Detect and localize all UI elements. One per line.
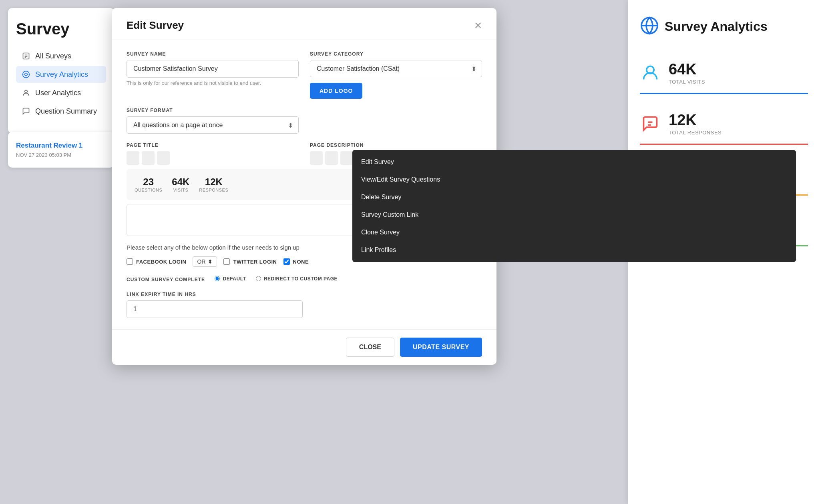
none-checkbox[interactable]: [283, 258, 290, 265]
none-label: NONE: [293, 259, 309, 265]
none-option[interactable]: NONE: [283, 258, 309, 265]
expiry-input[interactable]: [127, 300, 303, 318]
facebook-checkbox[interactable]: [127, 258, 133, 265]
sidebar-item-label: Question Summary: [35, 107, 97, 116]
stat-visits: 64K VISITS: [172, 176, 189, 192]
modal-title: Edit Survey: [127, 19, 184, 32]
survey-format-select-wrapper: All questions on a page at once: [127, 116, 299, 134]
survey-category-select[interactable]: Customer Satisfaction (CSat): [310, 60, 482, 77]
analytics-header: Survey Analytics: [640, 16, 808, 37]
twitter-label: TWITTER LOGIN: [233, 259, 277, 265]
close-button[interactable]: CLOSE: [346, 338, 394, 357]
dropdown-item-edit-survey[interactable]: Edit Survey: [352, 153, 796, 171]
comment-icon: [22, 107, 30, 116]
survey-card[interactable]: Restaurant Review 1 NOV 27 2023 05:03 PM: [8, 132, 114, 168]
dropdown-item-view-edit-questions[interactable]: View/Edit Survey Questions: [352, 171, 796, 188]
stat-responses-label: TOTAL RESPONSES: [669, 130, 722, 136]
visits-label: VISITS: [172, 188, 189, 192]
modal-footer: CLOSE UPDATE SURVEY: [112, 329, 496, 365]
page-title-group: PAGE TITLE: [127, 142, 299, 165]
default-radio-option[interactable]: DEFAULT: [215, 276, 246, 282]
add-logo-button[interactable]: ADD LOGO: [310, 83, 362, 99]
sidebar-item-label: All Surveys: [35, 52, 71, 60]
questions-label: QUESTIONS: [135, 188, 162, 192]
or-label: OR: [197, 258, 205, 265]
visits-value: 64K: [172, 176, 189, 188]
dropdown-item-link-profiles[interactable]: Link Profiles: [352, 241, 796, 259]
default-radio[interactable]: [215, 276, 220, 281]
sidebar: Survey All Surveys Survey Analytics User…: [8, 8, 114, 133]
survey-format-group: SURVEY FORMAT All questions on a page at…: [127, 108, 299, 134]
stat-responses-value: 12K: [669, 112, 722, 129]
stat-visits-label: TOTAL VISITS: [669, 79, 705, 85]
chat-icon: [640, 113, 661, 134]
twitter-login-option[interactable]: TWITTER LOGIN: [223, 258, 277, 265]
sidebar-item-label: Survey Analytics: [35, 70, 88, 79]
svg-point-5: [25, 73, 28, 76]
svg-point-10: [25, 90, 28, 93]
facebook-login-option[interactable]: FACEBOOK LOGIN: [127, 258, 186, 265]
or-chevron: ⬍: [208, 258, 213, 265]
expiry-section: LINK EXPIRY TIME IN HRS: [127, 292, 482, 318]
responses-label: RESPONSES: [199, 188, 228, 192]
dropdown-menu: Edit Survey View/Edit Survey Questions D…: [352, 150, 796, 262]
update-survey-button[interactable]: UPDATE SURVEY: [400, 338, 482, 357]
expiry-label: LINK EXPIRY TIME IN HRS: [127, 292, 482, 297]
facebook-label: FACEBOOK LOGIN: [136, 259, 186, 265]
sidebar-item-user-analytics[interactable]: User Analytics: [16, 84, 106, 101]
survey-format-select[interactable]: All questions on a page at once: [127, 116, 299, 134]
dropdown-item-clone-survey[interactable]: Clone Survey: [352, 224, 796, 241]
survey-name-label: SURVEY NAME: [127, 51, 299, 57]
stat-total-responses: 12K TOTAL RESPONSES: [640, 104, 808, 145]
page-description-label: PAGE DESCRIPTION: [310, 142, 482, 148]
spacer: [310, 108, 482, 134]
stat-total-visits: 64K TOTAL VISITS: [640, 53, 808, 94]
survey-name-group: SURVEY NAME This is only for our referen…: [127, 51, 299, 99]
analytics-title: Survey Analytics: [665, 19, 768, 34]
responses-value: 12K: [199, 176, 228, 188]
survey-name-input[interactable]: [127, 60, 299, 78]
form-row-1: SURVEY NAME This is only for our referen…: [127, 51, 482, 99]
redirect-radio-option[interactable]: REDIRECT TO CUSTOM PAGE: [256, 276, 338, 282]
or-select[interactable]: OR ⬍: [193, 256, 217, 267]
survey-category-select-wrapper: Customer Satisfaction (CSat): [310, 60, 482, 77]
dropdown-item-delete-survey[interactable]: Delete Survey: [352, 188, 796, 206]
form-row-2: SURVEY FORMAT All questions on a page at…: [127, 108, 482, 134]
sidebar-item-all-surveys[interactable]: All Surveys: [16, 48, 106, 64]
analytics-icon: [22, 70, 30, 79]
stat-visits-value: 64K: [669, 61, 705, 78]
complete-label: CUSTOM SURVEY COMPLETE: [127, 277, 205, 282]
dropdown-item-survey-custom-link[interactable]: Survey Custom Link: [352, 206, 796, 224]
survey-category-label: SURVEY CATEGORY: [310, 51, 482, 57]
page-title-label: PAGE TITLE: [127, 142, 299, 148]
default-label: DEFAULT: [223, 276, 246, 282]
sidebar-item-question-summary[interactable]: Question Summary: [16, 103, 106, 120]
complete-section: CUSTOM SURVEY COMPLETE DEFAULT REDIRECT …: [127, 276, 482, 283]
survey-name-hint: This is only for our reference and is no…: [127, 80, 299, 86]
stat-questions: 23 QUESTIONS: [135, 176, 162, 192]
survey-format-label: SURVEY FORMAT: [127, 108, 299, 113]
survey-card-date: NOV 27 2023 05:03 PM: [16, 152, 106, 158]
modal-close-button[interactable]: ✕: [474, 21, 482, 30]
svg-point-4: [23, 71, 30, 78]
user-icon: [22, 88, 30, 97]
redirect-radio[interactable]: [256, 276, 261, 281]
list-icon: [22, 52, 30, 60]
stat-responses: 12K RESPONSES: [199, 176, 228, 192]
modal-header: Edit Survey ✕: [112, 8, 496, 40]
sidebar-item-survey-analytics[interactable]: Survey Analytics: [16, 66, 106, 83]
questions-value: 23: [135, 176, 162, 188]
redirect-label: REDIRECT TO CUSTOM PAGE: [264, 276, 338, 282]
sidebar-title: Survey: [16, 20, 106, 38]
globe-icon: [640, 16, 659, 37]
sidebar-item-label: User Analytics: [35, 89, 81, 97]
survey-category-group: SURVEY CATEGORY Customer Satisfaction (C…: [310, 51, 482, 99]
twitter-checkbox[interactable]: [223, 258, 230, 265]
survey-card-title: Restaurant Review 1: [16, 142, 106, 150]
person-icon: [640, 62, 661, 83]
